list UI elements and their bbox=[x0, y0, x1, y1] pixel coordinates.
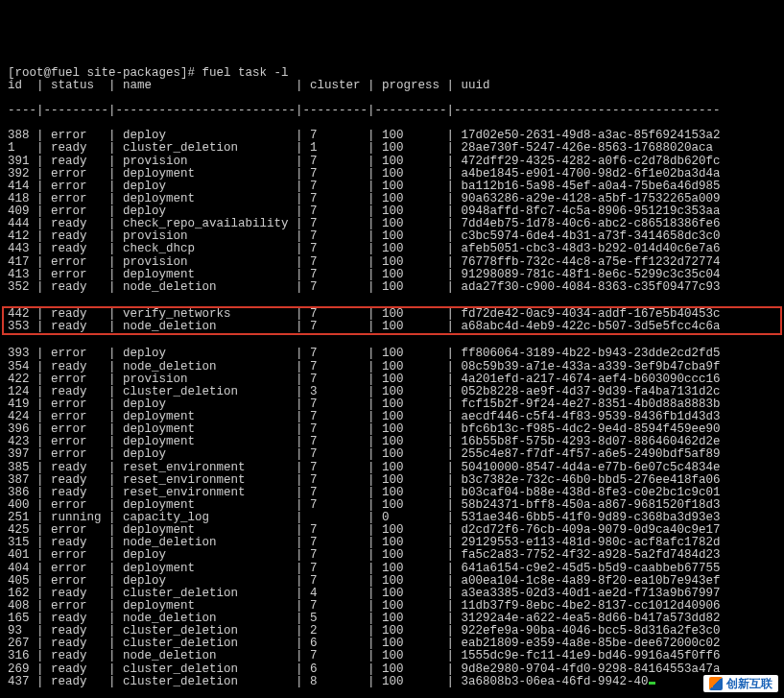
table-row: 124 | ready | cluster_deletion | 3 | 100… bbox=[8, 386, 776, 398]
watermark: 创新互联 bbox=[703, 675, 778, 692]
table-body-before: 388 | error | deploy | 7 | 100 | 17d02e5… bbox=[8, 130, 776, 294]
watermark-text: 创新互联 bbox=[726, 678, 772, 690]
table-row: 316 | ready | node_deletion | 7 | 100 | … bbox=[8, 650, 776, 662]
watermark-logo-icon bbox=[709, 677, 723, 690]
table-row: 392 | error | deployment | 7 | 100 | a4b… bbox=[8, 168, 776, 181]
table-row: 413 | error | deployment | 7 | 100 | 912… bbox=[8, 269, 776, 281]
table-row: 422 | error | provision | 7 | 100 | 4a20… bbox=[8, 373, 776, 386]
highlight-box: 442 | ready | verify_networks | 7 | 100 … bbox=[2, 306, 782, 335]
table-body-after: 393 | error | deploy | 7 | 100 | ff80606… bbox=[8, 348, 776, 687]
table-row: 387 | ready | reset_environment | 7 | 10… bbox=[8, 474, 776, 487]
table-row: 404 | error | deployment | 7 | 100 | 641… bbox=[8, 563, 776, 575]
table-row: 397 | error | deploy | 7 | 100 | 255c4e8… bbox=[8, 448, 776, 461]
table-row: 1 | ready | cluster_deletion | 1 | 100 |… bbox=[8, 142, 776, 155]
table-row: 393 | error | deploy | 7 | 100 | ff80606… bbox=[8, 348, 776, 360]
highlight-row: 353 | ready | node_deletion | 7 | 100 | … bbox=[8, 321, 776, 333]
table-row: 352 | ready | node_deletion | 7 | 100 | … bbox=[8, 281, 776, 294]
table-row: 401 | error | deploy | 7 | 100 | fa5c2a8… bbox=[8, 549, 776, 562]
table-row: 414 | error | deploy | 7 | 100 | ba112b1… bbox=[8, 181, 776, 193]
table-row: 385 | ready | reset_environment | 7 | 10… bbox=[8, 462, 776, 474]
table-row: 417 | error | provision | 7 | 100 | 7677… bbox=[8, 256, 776, 269]
table-row: 405 | error | deploy | 7 | 100 | a00ea10… bbox=[8, 575, 776, 588]
terminal-output: [root@fuel site-packages]# fuel task -l … bbox=[8, 55, 776, 699]
table-row: 437 | ready | cluster_deletion | 8 | 100… bbox=[8, 676, 776, 688]
prompt-line: [root@fuel site-packages]# fuel task -l bbox=[8, 66, 289, 80]
table-row: 269 | ready | cluster_deletion | 6 | 100… bbox=[8, 663, 776, 676]
table-row: 443 | ready | check_dhcp | 7 | 100 | afe… bbox=[8, 243, 776, 255]
table-row: 162 | ready | cluster_deletion | 4 | 100… bbox=[8, 588, 776, 600]
cursor-icon bbox=[649, 682, 655, 685]
table-row: 354 | ready | node_deletion | 7 | 100 | … bbox=[8, 361, 776, 373]
table-row: 386 | ready | reset_environment | 7 | 10… bbox=[8, 487, 776, 499]
table-header: id | status | name | cluster | progress … bbox=[8, 80, 776, 92]
table-row: 391 | ready | provision | 7 | 100 | 472d… bbox=[8, 156, 776, 168]
table-divider: ----|---------|-------------------------… bbox=[8, 105, 776, 117]
